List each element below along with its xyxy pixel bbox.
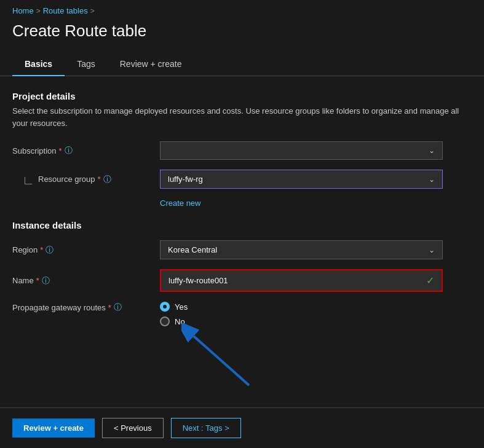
resource-group-info-icon[interactable]: ⓘ [103,174,111,185]
name-value: luffy-fw-route001 [169,276,228,285]
bottom-bar: Review + create < Previous Next : Tags > [0,407,484,448]
next-tags-button[interactable]: Next : Tags > [171,418,241,438]
project-details-heading: Project details [12,91,472,101]
propagate-label: Propagate gateway routes * ⓘ [12,302,160,313]
radio-yes[interactable]: Yes [160,302,443,312]
subscription-select[interactable]: ⌄ [160,141,443,160]
name-input[interactable]: luffy-fw-route001 ✓ [160,269,443,292]
subscription-required: * [59,146,62,155]
tab-basics[interactable]: Basics [12,53,65,76]
blue-arrow-svg [181,318,274,391]
resource-group-label: Resource group * ⓘ [12,174,160,185]
breadcrumb-home[interactable]: Home [12,6,34,15]
instance-details-heading: Instance details [12,220,472,230]
resource-group-required: * [98,175,101,184]
instance-details-section: Instance details Region * ⓘ Korea Centra… [12,220,472,326]
subscription-control: ⌄ [160,141,443,160]
tab-review-create[interactable]: Review + create [108,53,194,76]
radio-yes-circle[interactable] [160,302,170,312]
region-value: Korea Central [168,245,217,254]
breadcrumb-sep1: > [36,7,41,15]
tab-tags[interactable]: Tags [65,53,108,76]
resource-group-value: luffy-fw-rg [168,175,203,184]
resource-group-control: luffy-fw-rg ⌄ [160,170,443,189]
form-content: Project details Select the subscription … [0,91,484,391]
name-row: Name * ⓘ luffy-fw-route001 ✓ [12,269,472,292]
project-details-desc: Select the subscription to manage deploy… [12,105,472,129]
subscription-label: Subscription * ⓘ [12,145,160,156]
breadcrumb-route-tables[interactable]: Route tables [43,6,88,15]
subscription-row: Subscription * ⓘ ⌄ [12,141,472,160]
resource-group-chevron: ⌄ [429,175,435,184]
region-row: Region * ⓘ Korea Central ⌄ [12,240,472,259]
create-new-link[interactable]: Create new [160,198,472,208]
region-control: Korea Central ⌄ [160,240,443,259]
arrow-annotation [181,318,274,391]
breadcrumb-sep2: > [90,7,95,15]
resource-group-row: Resource group * ⓘ luffy-fw-rg ⌄ [12,170,472,189]
tab-bar: Basics Tags Review + create [0,53,484,76]
propagate-required: * [108,303,111,312]
indent-line [25,177,32,184]
review-create-button[interactable]: Review + create [12,419,95,438]
radio-no-circle[interactable] [160,316,170,326]
propagate-info-icon[interactable]: ⓘ [114,302,122,313]
region-select[interactable]: Korea Central ⌄ [160,240,443,259]
name-required: * [36,276,39,285]
region-info-icon[interactable]: ⓘ [46,245,54,256]
resource-group-select[interactable]: luffy-fw-rg ⌄ [160,170,443,189]
breadcrumb: Home > Route tables > [0,0,484,19]
page-title: Create Route table [0,19,484,53]
region-required: * [40,245,43,254]
radio-yes-label: Yes [175,302,188,312]
svg-line-1 [194,336,249,385]
region-label: Region * ⓘ [12,245,160,256]
name-control: luffy-fw-route001 ✓ [160,269,443,292]
subscription-info-icon[interactable]: ⓘ [65,145,73,156]
subscription-chevron: ⌄ [429,146,435,155]
name-info-icon[interactable]: ⓘ [42,275,50,286]
previous-button[interactable]: < Previous [102,418,164,438]
name-label: Name * ⓘ [12,275,160,286]
region-chevron: ⌄ [429,246,435,254]
name-check-icon: ✓ [426,275,434,286]
